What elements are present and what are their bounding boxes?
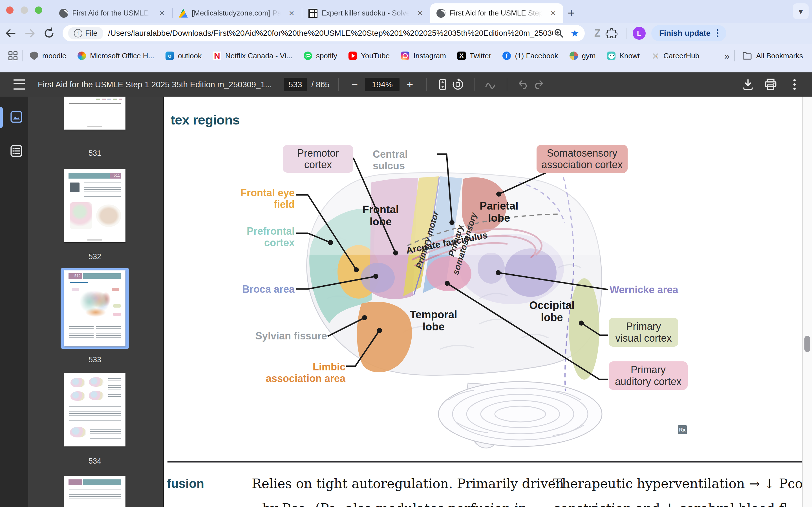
extensions-puzzle-icon[interactable] [603, 25, 620, 42]
browser-menu-kebab-icon[interactable] [717, 33, 718, 34]
twitter-icon [457, 52, 466, 60]
z-extension-icon[interactable] [594, 27, 601, 39]
page-scrollbar[interactable] [802, 97, 812, 507]
bookmark-instagram[interactable]: Instagram [401, 52, 446, 60]
pdf-sidebar-rail [0, 97, 28, 507]
bookmark-label: Twitter [470, 52, 492, 60]
annotate-pen-icon[interactable] [483, 77, 498, 92]
page-total-label: / 865 [311, 80, 329, 89]
zoom-in-button[interactable] [402, 77, 417, 92]
thumbnail-page-number: 531 [64, 149, 125, 158]
bookmark-label: gym [582, 52, 596, 60]
tab-close-icon[interactable] [287, 8, 297, 18]
undo-icon[interactable] [516, 77, 531, 92]
tab-3[interactable]: Expert killer sudoku - Solve fr [302, 3, 430, 23]
new-tab-button[interactable] [563, 5, 579, 21]
bookmark-netflix-canada-vi-[interactable]: Netflix Canada - Vi... [213, 52, 292, 60]
bookmarks-divider [22, 50, 22, 61]
tab-close-icon[interactable] [548, 8, 558, 18]
thumbnails-view-icon[interactable] [10, 110, 23, 124]
bookmark-knowt[interactable]: Knowt [607, 52, 640, 60]
bookmark--1-facebook[interactable]: (1) Facebook [502, 52, 558, 60]
tab-2[interactable]: [Medicalstudyzone.com] Path [172, 3, 302, 23]
folder-icon [742, 51, 752, 61]
redo-icon[interactable] [531, 77, 546, 92]
bookmark-moodle[interactable]: moodle [30, 52, 66, 60]
toolbar-separator [474, 78, 474, 91]
toolbar-separator [507, 78, 507, 91]
omnibox[interactable]: File /Users/lauralabbe/Downloads/First%2… [63, 25, 585, 41]
print-icon[interactable] [763, 77, 778, 92]
tab-title: Expert killer sudoku - Solve fr [321, 9, 411, 17]
url-text[interactable]: /Users/lauralabbe/Downloads/First%20Aid%… [108, 29, 553, 38]
page-number-input[interactable]: 533 [284, 78, 307, 91]
tab-title: First Aid for the USMLE Step 1 [449, 9, 544, 17]
profile-avatar[interactable]: L [633, 27, 646, 40]
bookmark-microsoft-office-h-[interactable]: Microsoft Office H... [78, 52, 154, 60]
tab-search-chevron-icon[interactable] [793, 3, 809, 19]
bookmark-label: moodle [42, 52, 66, 60]
bookmark-spotify[interactable]: spotify [304, 52, 337, 60]
scrollbar-thumb[interactable] [804, 336, 810, 352]
office-home-icon [78, 52, 86, 60]
bookmarks-divider-2 [734, 50, 735, 61]
body-text-col2: Therapeutic hyperventilation → ↓ Pco₂ [553, 476, 808, 491]
finish-update-button[interactable]: Finish update [651, 25, 726, 41]
pdf-more-kebab-icon[interactable] [794, 83, 796, 86]
google-drive-icon [179, 9, 188, 18]
zoom-level-value[interactable]: 194% [365, 78, 400, 91]
moodle-crest-icon [30, 52, 38, 60]
active-rail-indicator [0, 107, 3, 128]
bookmark-outlook[interactable]: outlook [165, 52, 202, 60]
page-thumbnail-531[interactable] [64, 97, 125, 129]
tab-close-icon[interactable] [415, 8, 425, 18]
all-bookmarks-button[interactable]: All Bookmarks [742, 51, 803, 61]
bookmark-gym[interactable]: gym [569, 52, 596, 60]
bookmarks-bar: moodleMicrosoft Office H...outlookNetfli… [0, 44, 812, 72]
gym-icon [569, 52, 578, 60]
pdf-page[interactable] [163, 97, 802, 507]
facebook-icon [502, 52, 511, 60]
zoom-out-button[interactable] [347, 77, 362, 92]
fit-page-icon[interactable] [435, 77, 450, 92]
body-text-col2-partial: constriction and ↓ cerebral blood fl [553, 501, 788, 507]
pdf-menu-hamburger-icon[interactable] [13, 79, 25, 90]
bookmark-label: Netflix Canada - Vi... [225, 52, 292, 60]
forward-icon[interactable] [21, 25, 38, 42]
pdf-toolbar: First Aid for the USMLE Step 1 2025 35th… [0, 72, 812, 97]
bookmark-twitter[interactable]: Twitter [457, 52, 492, 60]
bookmarks-overflow-icon[interactable] [724, 50, 730, 61]
youtube-icon [349, 52, 357, 60]
thumbnails-panel[interactable]: 531511532512533534 [28, 97, 163, 507]
bookmark-label: YouTube [361, 52, 390, 60]
bookmark-careerhub[interactable]: CareerHub [651, 52, 699, 60]
rotate-icon[interactable] [450, 77, 465, 92]
all-bookmarks-label: All Bookmarks [756, 52, 803, 60]
tab-4[interactable]: First Aid for the USMLE Step 1 [430, 3, 563, 23]
pdf-globe-icon [437, 9, 446, 18]
thumbnail-page-number: 532 [64, 252, 125, 261]
tab-close-icon[interactable] [157, 8, 167, 18]
bookmark-star-icon[interactable] [571, 27, 579, 39]
bookmark-label: (1) Facebook [515, 52, 558, 60]
zoom-page-icon[interactable] [553, 27, 564, 39]
back-icon[interactable] [2, 25, 19, 42]
zoom-window-button[interactable] [35, 6, 42, 14]
close-window-button[interactable] [6, 6, 13, 14]
apps-grid-icon[interactable] [7, 50, 18, 61]
page-thumbnail-533[interactable]: 512 [64, 270, 125, 346]
page-thumbnail-partial[interactable] [64, 476, 125, 507]
bookmark-label: outlook [178, 52, 202, 60]
page-thumbnail-534[interactable] [64, 373, 125, 446]
reload-icon[interactable] [41, 25, 57, 42]
rx-badge: Rx [678, 425, 687, 434]
page-thumbnail-532[interactable]: 511 [64, 169, 125, 242]
file-chip[interactable]: File [68, 27, 103, 40]
bookmark-youtube[interactable]: YouTube [349, 52, 390, 60]
minimize-window-button[interactable] [20, 6, 28, 14]
knowt-icon [607, 52, 615, 60]
toolbar-separator [338, 78, 339, 91]
outline-view-icon[interactable] [10, 144, 23, 158]
tab-1[interactable]: First Aid for the USMLE Step 1 [53, 3, 172, 23]
download-icon[interactable] [741, 77, 756, 92]
